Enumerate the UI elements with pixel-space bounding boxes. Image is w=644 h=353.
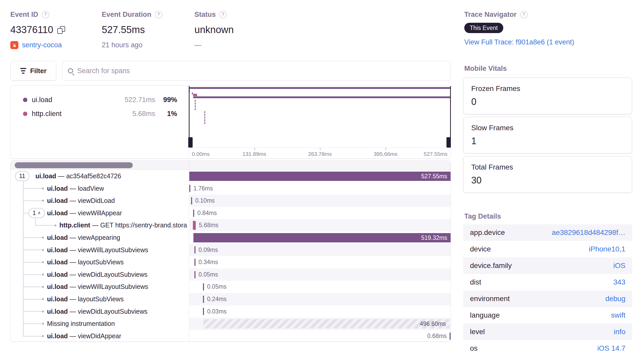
status-section: Status ? unknown — xyxy=(194,10,234,49)
span-title: ui.load — viewDidAppear xyxy=(47,330,121,342)
vital-card-title: Frozen Frames xyxy=(471,85,624,93)
project-link[interactable]: sentry-cocoa xyxy=(22,41,62,49)
trace-navigator-label: Trace Navigator xyxy=(464,11,517,19)
span-row[interactable]: ui.load — layoutSubViews0.34ms xyxy=(11,256,451,268)
minimap-view-appearing-span xyxy=(193,96,451,98)
span-row[interactable]: ui.load — viewWillLayoutSubviews0.05ms xyxy=(11,281,451,293)
axis-tick xyxy=(386,148,386,150)
tag-value-link[interactable]: ae3829618d484298f… xyxy=(552,228,625,237)
span-row[interactable]: 1∧ui.load — viewWillAppear0.84ms xyxy=(11,207,451,219)
span-duration-bar[interactable] xyxy=(203,283,204,290)
tree-connector-dot xyxy=(42,311,44,312)
tag-value-link[interactable]: iOS 14.7 xyxy=(597,344,625,352)
span-title: ui.load — layoutSubViews xyxy=(47,256,124,268)
swift-icon xyxy=(10,41,18,49)
span-title: ui.load — viewWillLayoutSubviews xyxy=(47,244,148,256)
span-duration-label: 1.76ms xyxy=(193,182,213,195)
span-bar-cell: 0.03ms xyxy=(189,305,451,318)
tag-row: app.deviceae3829618d484298f… xyxy=(463,224,632,241)
span-row[interactable]: Missing instrumentation496.60ms xyxy=(11,318,451,330)
span-row[interactable]: ui.load — viewDidLayoutSubviews0.03ms xyxy=(11,305,451,318)
tag-value-link[interactable]: 343 xyxy=(613,278,625,286)
span-bar-cell: 1.76ms xyxy=(189,182,451,195)
span-duration-label: 5.68ms xyxy=(199,219,218,232)
span-row[interactable]: ui.load — viewDidLoad0.10ms xyxy=(11,195,451,207)
span-row[interactable]: ui.load — viewDidAppear0.68ms xyxy=(11,330,451,342)
span-row[interactable]: ui.load — viewDidLayoutSubviews0.05ms xyxy=(11,268,451,281)
vital-card[interactable]: Frozen Frames0 xyxy=(463,78,632,114)
span-row[interactable]: ui.load — viewWillLayoutSubviews0.09ms xyxy=(11,244,451,256)
mobile-vitals-heading: Mobile Vitals xyxy=(464,65,507,73)
span-duration-bar[interactable] xyxy=(194,246,195,254)
minimap-right-grip[interactable] xyxy=(446,137,451,148)
span-duration-bar[interactable]: 527.55ms xyxy=(189,172,451,181)
span-bar-cell: 0.10ms xyxy=(189,195,451,207)
view-full-trace-link[interactable]: View Full Trace: f901a8e6 (1 event) xyxy=(464,38,574,46)
span-row[interactable]: ui.load — loadView1.76ms xyxy=(11,182,451,195)
tag-value-link[interactable]: iPhone10,1 xyxy=(589,245,625,253)
tag-value-link[interactable]: swift xyxy=(611,311,625,319)
tag-value-link[interactable]: iOS xyxy=(613,262,625,270)
tree-connector-line xyxy=(23,262,42,263)
span-duration-bar[interactable] xyxy=(203,296,204,303)
tag-key: app.device xyxy=(470,228,505,237)
span-duration-bar[interactable] xyxy=(194,259,195,266)
legend-duration: 522.71ms xyxy=(124,96,155,104)
minimap-dashed-marker xyxy=(204,111,205,124)
span-row[interactable]: 11ui.load — ac354af5e82c4726527.55ms xyxy=(11,170,451,182)
span-title: http.client — GET https://sentry-brand.s… xyxy=(59,219,187,232)
span-duration-bar[interactable] xyxy=(193,221,196,230)
span-row[interactable]: ui.load — viewAppearing519.32ms xyxy=(11,232,451,244)
search-icon xyxy=(68,68,73,73)
copy-icon[interactable] xyxy=(57,26,65,34)
help-icon[interactable]: ? xyxy=(219,11,227,18)
span-duration-bar[interactable] xyxy=(191,197,192,204)
span-duration-bar[interactable]: 496.60ms xyxy=(203,319,449,328)
span-tree-cell: ui.load — viewWillLayoutSubviews xyxy=(11,281,189,293)
tag-value-link[interactable]: debug xyxy=(605,295,625,303)
filter-button[interactable]: Filter xyxy=(10,61,56,81)
span-tree-cell: 1∧ui.load — viewWillAppear xyxy=(11,207,189,219)
vital-card[interactable]: Slow Frames1 xyxy=(463,117,632,154)
legend-item[interactable]: ui.load522.71ms99% xyxy=(11,93,189,107)
horizontal-scrollbar xyxy=(11,161,451,170)
span-duration-bar[interactable]: 519.32ms xyxy=(193,233,451,242)
help-icon[interactable]: ? xyxy=(520,11,528,18)
axis-label: 131.89ms xyxy=(242,151,266,157)
tag-row: levelinfo xyxy=(463,324,632,340)
span-row[interactable]: ui.load — layoutSubViews0.24ms xyxy=(11,293,451,305)
tree-connector-line xyxy=(23,237,42,238)
legend-item[interactable]: http.client5.68ms1% xyxy=(11,107,189,121)
span-bar-cell: 0.24ms xyxy=(189,293,451,305)
span-count-pill[interactable]: 11 xyxy=(15,171,29,181)
help-icon[interactable]: ? xyxy=(155,11,162,18)
span-duration-label: 0.10ms xyxy=(195,195,215,207)
span-tree-cell: ui.load — layoutSubViews xyxy=(11,293,189,305)
span-duration-bar[interactable] xyxy=(203,308,204,315)
span-duration-bar[interactable] xyxy=(450,333,451,340)
span-tree-cell: 11ui.load — ac354af5e82c4726 xyxy=(11,170,189,182)
tree-connector-line xyxy=(23,213,29,213)
tree-connector-dot xyxy=(42,261,44,263)
span-row[interactable]: http.client — GET https://sentry-brand.s… xyxy=(11,219,451,232)
span-count-pill[interactable]: 1∧ xyxy=(28,208,45,218)
span-title: ui.load — viewDidLayoutSubviews xyxy=(47,305,147,318)
vital-card[interactable]: Total Frames30 xyxy=(463,156,632,193)
legend-percent: 1% xyxy=(167,110,177,118)
span-duration-bar[interactable] xyxy=(193,210,194,217)
help-icon[interactable]: ? xyxy=(42,11,49,18)
axis-tick xyxy=(320,148,320,150)
span-duration-bar[interactable] xyxy=(189,185,190,192)
span-title: Missing instrumentation xyxy=(47,318,115,330)
search-input[interactable] xyxy=(77,67,445,75)
tree-connector-dot xyxy=(42,274,44,275)
tree-connector-dot xyxy=(42,249,44,251)
minimap-left-grip[interactable] xyxy=(188,137,193,148)
span-duration-bar[interactable] xyxy=(194,271,195,278)
scrollbar-thumb[interactable] xyxy=(15,162,133,168)
axis-label: 263.78ms xyxy=(308,151,332,157)
tree-connector-line xyxy=(23,274,42,275)
tag-key: device.family xyxy=(470,262,512,270)
tree-connector-line xyxy=(23,250,42,250)
tag-value-link[interactable]: info xyxy=(614,328,625,336)
